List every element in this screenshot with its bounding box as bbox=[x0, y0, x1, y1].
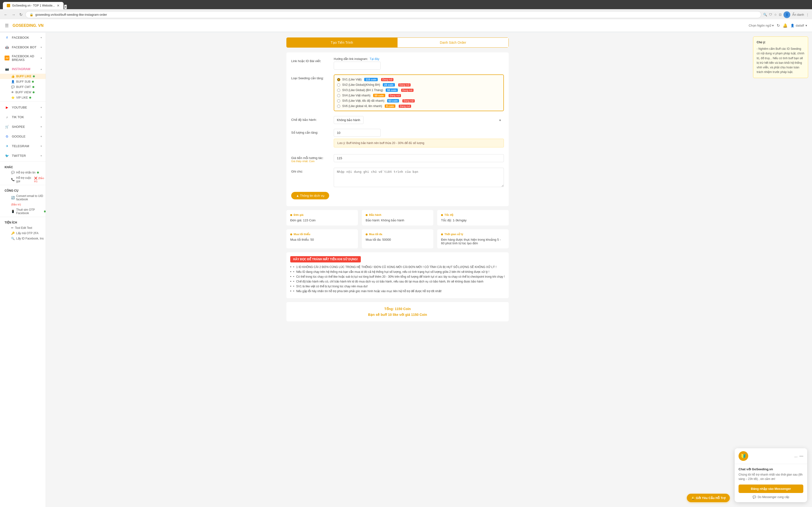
refresh-icon[interactable]: ↻ bbox=[777, 23, 780, 28]
sidebar-item-convert-email[interactable]: 🔄 Convert email to UID facebook bbox=[0, 193, 46, 202]
back-btn[interactable]: ← bbox=[3, 12, 9, 18]
service-option-sv3[interactable]: SV3 (Like Global) (BH 1 Tháng) 55 coin Đ… bbox=[337, 89, 501, 92]
status-badge-green bbox=[29, 97, 31, 99]
view-icon: 👁 bbox=[11, 91, 14, 94]
chevron-down-icon: ▾ bbox=[41, 145, 42, 148]
lang-arrow: ▾ bbox=[772, 24, 774, 27]
sv5-label: SV5 (Like Việt, tốc độ rất nhanh) bbox=[342, 99, 385, 103]
notice-text-2: Nếu ID đang chạy trên hệ thống mà bạn vẫ… bbox=[296, 270, 489, 274]
hamburger-menu[interactable]: ☰ bbox=[5, 23, 9, 28]
tab-danh-sach-order[interactable]: Danh Sách Order bbox=[397, 38, 509, 48]
status-badge-green bbox=[33, 86, 34, 88]
chat-body: Chat với GoSeeding.vn Chúng tôi hỗ trợ n… bbox=[735, 464, 807, 502]
sv2-label: SV2 (Like Global)(Không BH) bbox=[342, 83, 380, 87]
tab-tao-tien-trinh[interactable]: Tạo Tiến Trình bbox=[286, 38, 397, 48]
forward-btn[interactable]: → bbox=[11, 12, 16, 18]
service-option-sv5[interactable]: SV5 (Like Việt, tốc độ rất nhanh) 63 coi… bbox=[337, 99, 501, 103]
lang-select[interactable]: Chọn Ngôn ngữ ▾ bbox=[749, 24, 774, 27]
user-avatar[interactable]: 👤 bbox=[784, 11, 790, 18]
sidebar-label-buff-sub: BUFF SUB bbox=[16, 80, 31, 83]
sidebar-item-ad-breaks[interactable]: Ad FACEBOOK AD BREAKS ▾ bbox=[0, 52, 46, 64]
service-radio-sv1[interactable] bbox=[337, 78, 340, 81]
notes-box: Chú ý: - Nghiêm cấm Buff các ID Seeding … bbox=[753, 37, 808, 78]
sidebar-item-google[interactable]: G GOOGLE ▾ bbox=[0, 131, 46, 141]
chat-minimize-btn[interactable]: — bbox=[800, 454, 803, 458]
link-input[interactable] bbox=[334, 62, 381, 70]
user-info[interactable]: 👤 dailaff ▾ bbox=[791, 24, 807, 27]
sidebar: f FACEBOOK ▾ 🤖 FACEBOOK BOT ▾ Ad FACEBOO… bbox=[0, 33, 46, 507]
sidebar-item-thue-sim[interactable]: 📱 Thuê sim OTP Facebook bbox=[0, 207, 46, 216]
quantity-input[interactable] bbox=[334, 129, 381, 137]
service-radio-sv5[interactable] bbox=[337, 99, 340, 103]
support-fab-btn[interactable]: 🔔 Gởi Yêu Cầu Hỗ Trợ bbox=[687, 494, 730, 502]
service-option-sv1[interactable]: SV1 (Like Việt) 115 coin Đang mở bbox=[337, 78, 501, 81]
sidebar-item-buff-cmt[interactable]: 💬 BUFF CMT bbox=[0, 84, 46, 90]
sidebar-label-buff-cmt: BUFF CMT bbox=[16, 85, 31, 89]
section-label-cong-cu: CÔNG CỤ bbox=[5, 189, 18, 192]
address-bar[interactable]: 🔒 goseeding.vn/tool/buff-seeding-like-in… bbox=[25, 11, 761, 18]
chat-more-btn[interactable]: ... bbox=[794, 454, 798, 458]
sidebar-item-facebook[interactable]: f FACEBOOK ▾ bbox=[0, 33, 46, 42]
warranty-select-wrapper: Không bảo hành bbox=[334, 116, 504, 124]
chevron-down-icon: ▾ bbox=[41, 155, 42, 157]
form-row-quantity: Số lượng cần tăng: Lưu ý: Buff không bảo… bbox=[291, 129, 504, 149]
star-icon[interactable]: ☆ bbox=[774, 13, 777, 16]
sidebar-item-twitter[interactable]: 🐦 TWITTER ▾ bbox=[0, 151, 46, 161]
note-textarea[interactable] bbox=[334, 168, 504, 187]
tab-close-btn[interactable]: ✕ bbox=[57, 4, 60, 7]
service-toggle-btn[interactable]: ▲ Thông tin dịch vụ bbox=[291, 192, 329, 200]
search-icon[interactable]: 🔍 bbox=[763, 13, 767, 16]
service-option-sv6[interactable]: SV6 (Like global rẻ, lên nhanh) 8 coin Đ… bbox=[337, 104, 501, 108]
sidebar-item-tiktok[interactable]: ♪ TIK TOK ▾ bbox=[0, 112, 46, 122]
refresh-btn[interactable]: ↻ bbox=[18, 11, 23, 18]
sidebar-divider bbox=[0, 217, 46, 217]
sidebar-item-lay-ma-otp[interactable]: 🔑 Lấy mã OTP 2FA bbox=[0, 231, 46, 236]
form-row-link: Link hoặc ID Bài viết: Hướng dẫn link in… bbox=[291, 57, 504, 70]
sidebar-item-buff-sub[interactable]: 👤 BUFF SUB bbox=[0, 79, 46, 84]
info-card-value-time: Đơn hàng được thực hiện trong khoảng 5 -… bbox=[441, 238, 505, 245]
new-tab-btn[interactable]: + bbox=[64, 5, 67, 9]
sidebar-item-tool-edit-text[interactable]: ✏ Tool Edit Text bbox=[0, 225, 46, 231]
window-icon[interactable]: ⊡ bbox=[779, 13, 781, 16]
chevron-down-icon: ▾ bbox=[41, 36, 42, 39]
sidebar-item-vip-like[interactable]: ⭐ VIP LIKE bbox=[0, 95, 46, 100]
sidebar-item-youtube[interactable]: ▶ YOUTUBE ▾ bbox=[0, 103, 46, 112]
sidebar-item-buff-like[interactable]: 👍 BUFF LIKE bbox=[0, 74, 46, 79]
service-radio-sv3[interactable] bbox=[337, 89, 340, 92]
menu-icon[interactable]: ⋮ bbox=[806, 13, 809, 16]
total-text: Tổng: 1150 Coin bbox=[291, 307, 504, 311]
lock-icon: 🔒 bbox=[30, 13, 33, 16]
browser-tab[interactable]: GoSeeding.vn - TOP 1 Website... ✕ bbox=[3, 2, 64, 9]
warranty-select[interactable]: Không bảo hành bbox=[334, 116, 363, 124]
service-option-sv4[interactable]: SV4 (Like Việt nhanh) 50 coin Đang mở bbox=[337, 94, 501, 97]
bell-icon[interactable]: 🔔 bbox=[783, 23, 788, 28]
sidebar-item-ho-tro-cuoc-goi[interactable]: 📞 Hỗ trợ cuộc gọi ❌ (Bảo trì) bbox=[0, 175, 46, 184]
app-logo: GOSEEDING. VN bbox=[12, 23, 44, 28]
sv2-coin: 23 coin bbox=[383, 83, 395, 87]
sidebar-item-telegram[interactable]: ✈ TELEGRAM ▾ bbox=[0, 141, 46, 151]
chat-messenger-btn[interactable]: Đăng nhập vào Messenger bbox=[739, 485, 803, 493]
twitter-icon: 🐦 bbox=[5, 153, 9, 158]
sidebar-divider bbox=[0, 185, 46, 185]
sidebar-item-buff-view[interactable]: 👁 BUFF VIEW bbox=[0, 90, 46, 95]
sidebar-item-facebook-bot[interactable]: 🤖 FACEBOOK BOT ▾ bbox=[0, 42, 46, 52]
service-option-sv2[interactable]: SV2 (Like Global)(Không BH) 23 coin Đang… bbox=[337, 83, 501, 87]
buff-amount: 10 like bbox=[388, 313, 398, 317]
sv6-label: SV6 (Like global rẻ, lên nhanh) bbox=[342, 104, 382, 108]
sv6-badge: Đang mở bbox=[399, 105, 411, 108]
sidebar-item-ho-tro-nhan-tin[interactable]: 💬 Hỗ trợ nhắn tin bbox=[0, 170, 46, 175]
link-guide-link[interactable]: Tại đây bbox=[370, 57, 380, 61]
service-radio-sv6[interactable] bbox=[337, 105, 340, 108]
service-radio-sv2[interactable] bbox=[337, 83, 340, 87]
sidebar-label-lay-ma-otp: Lấy mã OTP 2FA bbox=[16, 231, 39, 235]
sidebar-item-instagram[interactable]: 📷 INSTAGRAM ▴ bbox=[0, 64, 46, 74]
sidebar-item-shopee[interactable]: 🛒 SHOPEE ▾ bbox=[0, 122, 46, 131]
sidebar-item-lay-id-facebook[interactable]: 🔍 Lấy ID Facebook, Ins bbox=[0, 236, 46, 241]
sidebar-label-ho-tro-cuoc-goi: Hỗ trợ cuộc gọi bbox=[16, 176, 33, 183]
sidebar-section-khac: KHÁC bbox=[0, 163, 46, 170]
notice-bullet-4: • bbox=[293, 280, 294, 283]
price-input[interactable] bbox=[334, 154, 504, 162]
notice-header: HÃY ĐỌC ĐỂ TRÁNH MẤT TIỀN KHI SỬ DỤNG! bbox=[290, 256, 361, 263]
service-radio-sv4[interactable] bbox=[337, 94, 340, 97]
chat-messenger-alt[interactable]: 💬 Do Messenger cung cấp bbox=[739, 495, 803, 499]
